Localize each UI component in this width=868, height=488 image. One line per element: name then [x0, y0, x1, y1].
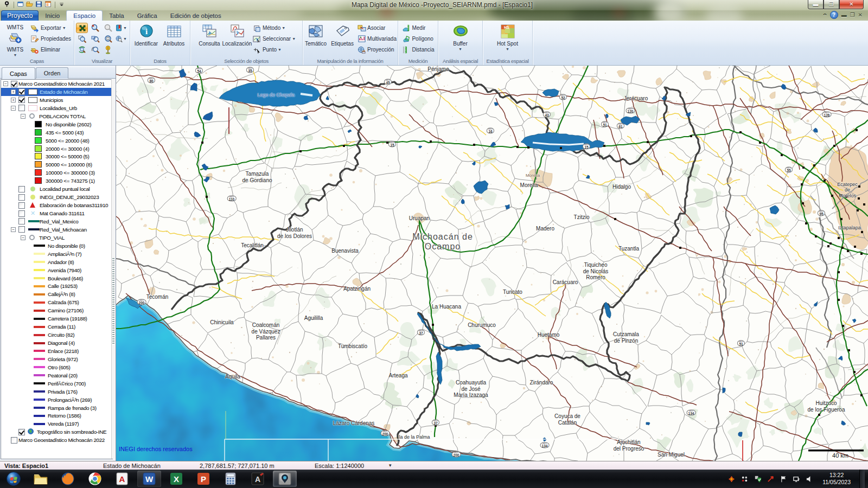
ribbon-button-distancia[interactable]: Distancia: [400, 44, 435, 55]
mdi-minimize-icon[interactable]: ▬: [841, 12, 847, 18]
layer-row-cerrada-11-[interactable]: Cerrada (11): [1, 323, 112, 331]
layer-visibility-checkbox[interactable]: [18, 226, 25, 233]
layer-row-100000-300000-3-[interactable]: 100000 <= 300000 (3): [1, 169, 112, 177]
mdi-restore-icon[interactable]: ❐: [850, 12, 855, 18]
taskbar-autocad-icon[interactable]: A: [246, 471, 270, 487]
minimize-button[interactable]: ▬: [808, 0, 824, 9]
layer-row-circuito-82-[interactable]: Circuito (82): [1, 331, 112, 339]
help-icon[interactable]: ?: [830, 11, 838, 19]
tree-expander-icon[interactable]: −: [11, 227, 16, 232]
tray-colors-icon[interactable]: [740, 474, 749, 483]
layer-visibility-checkbox[interactable]: [18, 210, 25, 217]
tray-alert-icon[interactable]: [727, 474, 736, 483]
ribbon-tool-zoom-refresh-icon[interactable]: [76, 44, 88, 55]
layer-row-perifã-rico-700-[interactable]: PerifÃ©rico (700): [1, 380, 112, 388]
layer-row-diagonal-4-[interactable]: Diagonal (4): [1, 339, 112, 347]
layer-row-retorno-1586-[interactable]: Retorno (1586): [1, 412, 112, 420]
ribbon-button-asociar[interactable]: Asociar: [356, 23, 398, 33]
layer-visibility-checkbox[interactable]: [18, 105, 25, 111]
taskbar-start-orb[interactable]: [2, 471, 25, 487]
taskbar-chrome-icon[interactable]: [83, 471, 107, 487]
tree-expander-icon[interactable]: −: [21, 235, 25, 240]
close-button[interactable]: ✕: [839, 0, 864, 9]
open-project-icon[interactable]: [26, 1, 34, 9]
layer-row-poblacion-total[interactable]: −POBLACION TOTAL: [1, 112, 112, 120]
layer-visibility-checkbox[interactable]: [18, 194, 25, 201]
panel-tab-capas[interactable]: Capas: [2, 67, 35, 79]
layer-row-red-vial-mexico[interactable]: Red_Vial_Mexico: [1, 217, 112, 226]
ribbon-collapse-icon[interactable]: ᴖ: [824, 12, 827, 18]
layer-visibility-checkbox[interactable]: [18, 218, 25, 224]
layer-row-ampliaciã-n-7-[interactable]: AmpliaciÃ³n (7): [1, 250, 112, 258]
layer-row-vereda-1197-[interactable]: Vereda (1197): [1, 420, 112, 428]
taskbar-clock[interactable]: 13:22 11/05/2023: [818, 472, 855, 486]
ribbon-button-localización[interactable]: Localización: [224, 22, 251, 56]
menu-tab-edici-n-de-objetos[interactable]: Edición de objetos: [164, 10, 228, 21]
ribbon-tool-zoom-window-icon[interactable]: [76, 34, 88, 44]
ribbon-button-medir[interactable]: Medir: [400, 23, 435, 33]
status-scale[interactable]: Escala: 1:1240000: [310, 463, 368, 469]
ribbon-button-método[interactable]: Método▼: [251, 23, 297, 33]
ribbon-tool-zoom-selection-icon[interactable]: [89, 34, 101, 44]
menu-tab-gr-fica[interactable]: Gráfica: [131, 10, 164, 21]
ribbon-button-wmts[interactable]: WMTSWMTS▼: [2, 22, 29, 56]
layer-row-435-5000-43-[interactable]: 435 <= 5000 (43): [1, 129, 112, 137]
tree-expander-icon[interactable]: +: [11, 89, 16, 94]
ribbon-button-punto[interactable]: Punto▼: [251, 44, 297, 55]
layer-row-avenida-7940-[interactable]: Avenida (7940): [1, 266, 112, 274]
layer-visibility-checkbox[interactable]: [11, 437, 17, 444]
ribbon-tool-zoom-world-icon[interactable]: ▼: [115, 34, 127, 44]
ribbon-tool-zoom-page-icon[interactable]: [102, 34, 114, 44]
ribbon-button-proyección[interactable]: Proyección: [356, 44, 398, 55]
layer-visibility-checkbox[interactable]: [18, 88, 25, 95]
ribbon-tool-zoom-disabled-icon[interactable]: [102, 23, 114, 33]
save-icon[interactable]: [35, 1, 43, 9]
layer-row-calle-19253-[interactable]: Calle (19253): [1, 282, 112, 290]
taskbar-mapa-digital-icon[interactable]: [273, 471, 297, 487]
layer-row-privada-176-[interactable]: Privada (176): [1, 388, 112, 396]
ribbon-button-seleccionar[interactable]: Seleccionar▼: [251, 34, 297, 44]
layer-row-otro-605-[interactable]: Otro (605): [1, 363, 112, 371]
taskbar-firefox-icon[interactable]: [56, 471, 80, 487]
ribbon-button-identificar[interactable]: iIdentificar: [133, 22, 160, 56]
layer-row-municipios[interactable]: +Municipios: [1, 96, 112, 104]
layer-row-marco-geoestadístico-michoacán-2022[interactable]: Marco Geoestadístico Michoacán 2022: [1, 436, 112, 444]
layer-row-calzada-675-[interactable]: Calzada (675): [1, 298, 112, 306]
tree-expander-icon[interactable]: −: [21, 114, 25, 119]
ribbon-tool-bookmarks-icon[interactable]: ▼: [115, 23, 127, 33]
app-pin-icon[interactable]: [3, 1, 11, 9]
qat-dropdown-icon[interactable]: [58, 1, 66, 9]
taskbar-acrobat-icon[interactable]: A: [110, 471, 134, 487]
layer-row-carretera-19188-[interactable]: Carretera (19188): [1, 314, 112, 323]
new-project-icon[interactable]: [17, 1, 24, 9]
mdi-close-icon[interactable]: ✕: [858, 12, 863, 18]
layer-visibility-checkbox[interactable]: [11, 81, 17, 87]
ribbon-tool-pan-icon[interactable]: [76, 23, 88, 33]
layer-row-prolongaciã-n-269-[interactable]: ProlongaciÃ³n (269): [1, 396, 112, 404]
ribbon-button-propiedades[interactable]: Propiedades: [29, 34, 72, 44]
layer-row-inegi-denue-29032023[interactable]: INEGI_DENUE_29032023: [1, 193, 112, 201]
taskbar-word-icon[interactable]: W: [137, 471, 161, 487]
layer-row-300000-743275-1-[interactable]: 300000 <= 743275 (1): [1, 177, 112, 185]
ribbon-button-exportar[interactable]: Exportar▼: [29, 23, 72, 33]
tray-volume-icon[interactable]: [805, 474, 814, 483]
layer-row-peatonal-20-[interactable]: Peatonal (20): [1, 371, 112, 380]
ribbon-button-atributos[interactable]: Atributos: [161, 22, 188, 56]
show-desktop-button[interactable]: [859, 470, 865, 488]
menu-tab-inicio[interactable]: Inicio: [39, 10, 66, 21]
ribbon-tool-info-pin-icon[interactable]: i: [102, 44, 114, 55]
menu-tab-espacio[interactable]: Espacio: [66, 10, 103, 21]
tree-expander-icon[interactable]: −: [11, 106, 16, 111]
layer-visibility-checkbox[interactable]: [18, 186, 25, 192]
tray-flag-icon[interactable]: [779, 474, 788, 483]
ribbon-tool-zoom-in-icon[interactable]: [89, 23, 101, 33]
layer-row-callejã-n-8-[interactable]: CallejÃ³n (8): [1, 290, 112, 298]
layer-row-enlace-2218-[interactable]: Enlace (2218): [1, 347, 112, 355]
tray-display-icon[interactable]: [792, 474, 801, 483]
tray-red-arrow-icon[interactable]: [766, 474, 775, 483]
layer-row-andador-8-[interactable]: Andador (8): [1, 258, 112, 266]
layer-row-marco-geoestadístico-michoacán-2021[interactable]: −Marco Geoestadístico Michoacán 2021: [1, 80, 112, 88]
layer-row-no-disponible-0-[interactable]: No disponible (0): [1, 242, 112, 250]
taskbar-explorer-icon[interactable]: [29, 471, 53, 487]
ribbon-button-consulta[interactable]: Consulta: [196, 22, 223, 56]
